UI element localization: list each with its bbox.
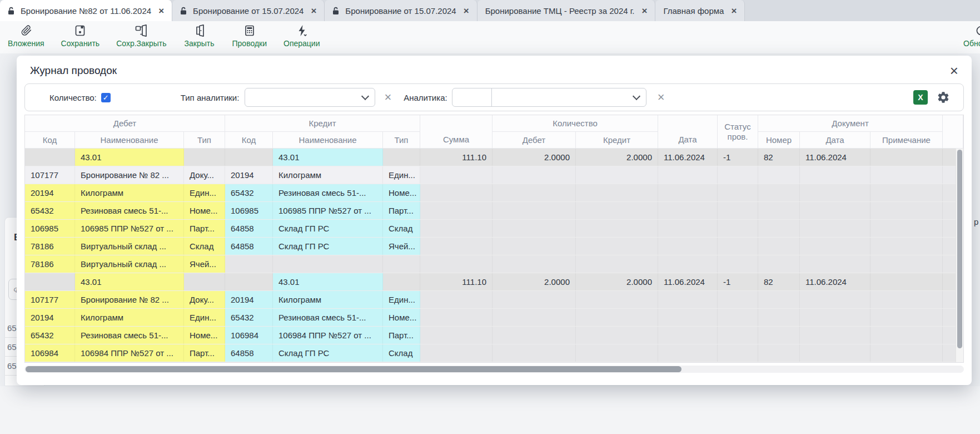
операции-button[interactable]: Операции (283, 23, 320, 48)
table-cell: 106984 (225, 327, 273, 344)
table-cell (225, 273, 273, 290)
excel-export-icon[interactable]: X (913, 90, 928, 105)
quantity-checkbox[interactable]: ✓ (101, 93, 111, 102)
table-cell (184, 273, 225, 290)
table-cell (658, 202, 718, 219)
table-cell (273, 255, 383, 273)
clear-analytics-type-icon[interactable]: × (384, 91, 391, 103)
horizontal-scrollbar-thumb[interactable] (26, 366, 681, 372)
table-cell: Ячей... (184, 255, 225, 273)
сохранить-button[interactable]: Сохранить (61, 23, 100, 48)
table-cell (870, 344, 943, 362)
table-cell (718, 327, 758, 344)
table-cell: 64858 (225, 238, 273, 255)
закрыть-button[interactable]: Закрыть (183, 23, 216, 48)
analytics-code-segment[interactable] (452, 88, 492, 106)
vertical-scrollbar-thumb[interactable] (957, 150, 962, 348)
modal-header: Журнал проводок × (24, 63, 964, 83)
table-cell (758, 327, 800, 344)
table-cell: 2.0000 (493, 273, 576, 290)
tab-close-icon[interactable]: × (464, 6, 469, 16)
table-cell: 106985 ППР №527 от ... (75, 220, 184, 237)
tab-label: Бронирование ТМЦ - Реестр за 2024 г. (485, 6, 635, 16)
table-cell: 78186 (25, 238, 75, 255)
tab-3[interactable]: Бронирование от 15.07.2024× (325, 0, 477, 21)
column-header-credit-code: Код (225, 132, 273, 149)
table-row-detail[interactable]: 20194КилограммЕдин...65432Резиновая смес… (25, 184, 963, 202)
toolbar-item-label: Сохранить (61, 39, 100, 48)
analytics-select[interactable] (452, 88, 646, 107)
table-cell: Един... (383, 291, 420, 308)
column-group-document: Документ (758, 115, 943, 132)
table-cell (658, 291, 718, 308)
table-cell (658, 184, 718, 201)
calculator-icon (243, 23, 256, 38)
horizontal-scrollbar (24, 366, 964, 373)
table-row-detail[interactable]: 106984106984 ППР №527 от ...Парт...64858… (25, 344, 963, 362)
clear-analytics-icon[interactable]: × (658, 91, 665, 103)
toolbar-item-label: Закрыть (185, 39, 215, 48)
table-cell: 107177 (25, 166, 75, 184)
tab-close-icon[interactable]: × (311, 6, 316, 16)
column-header-credit-type: Тип (383, 132, 420, 149)
table-cell (493, 291, 576, 308)
table-cell: 106984 ППР №527 от ... (273, 327, 383, 344)
table-cell (943, 362, 963, 363)
table-cell (718, 220, 758, 237)
analytics-type-select[interactable] (245, 88, 375, 107)
table-cell (800, 166, 870, 184)
table-row-detail[interactable]: 65432Резиновая смесь 51-...Номе...106984… (25, 327, 963, 344)
table-cell (870, 309, 943, 326)
tab-5[interactable]: Главная форма× (655, 0, 745, 21)
tab-2[interactable]: Бронирование от 15.07.2024× (172, 0, 325, 21)
проводки-button[interactable]: Проводки (232, 23, 267, 48)
table-cell (800, 184, 870, 201)
tab-close-icon[interactable]: × (642, 6, 648, 16)
table-row-selected[interactable]: 107177Бронирование № 82 ...Доку...20194К… (25, 166, 963, 184)
table-cell: -1 (718, 273, 758, 290)
table-cell: Доку... (184, 291, 225, 308)
сохр-закрыть-button[interactable]: Сохр.Закрыть (116, 23, 166, 48)
quantity-label: Количество: (49, 93, 97, 102)
table-cell (576, 291, 658, 308)
table-cell: 20194 (25, 309, 75, 326)
table-cell (800, 220, 870, 237)
gear-icon[interactable] (937, 91, 950, 104)
table-row-detail[interactable]: 65432Резиновая смесь 51-...Номе...106985… (25, 202, 963, 220)
tab-close-icon[interactable]: × (158, 6, 164, 16)
вложения-button[interactable]: Вложения (8, 23, 44, 48)
table-row-detail[interactable]: 107177Бронирование № 82 ...Доку...20194К… (25, 291, 963, 309)
table-cell: 20194 (25, 184, 75, 201)
table-cell (420, 344, 493, 362)
table-cell (800, 362, 870, 363)
save-close-icon (134, 23, 148, 38)
table-cell (870, 362, 943, 363)
table-cell (576, 255, 658, 273)
vertical-scrollbar (956, 149, 963, 362)
refresh-button[interactable]: Обновить (963, 23, 980, 48)
table-row-detail[interactable]: 78186Виртуальный склад ...Склад64858Скла… (25, 238, 963, 255)
table-cell (758, 255, 800, 273)
tab-4[interactable]: Бронирование ТМЦ - Реестр за 2024 г.× (477, 0, 656, 21)
table-row-detail[interactable]: 78186Виртуальный склад ...Склад64858Скла… (25, 362, 963, 363)
table-cell (718, 166, 758, 184)
table-cell: 64858 (225, 220, 273, 237)
table-cell: Парт... (383, 202, 420, 219)
table-cell (420, 220, 493, 237)
table-cell: Парт... (184, 344, 225, 362)
table-cell: 2.0000 (576, 149, 658, 166)
table-row-summary[interactable]: 43.0143.01111.102.00002.000011.06.2024-1… (25, 273, 963, 291)
table-row-detail[interactable]: 20194КилограммЕдин...65432Резиновая смес… (25, 309, 963, 327)
table-cell (420, 291, 493, 308)
table-row-summary[interactable]: 43.0143.01111.102.00002.000011.06.2024-1… (25, 149, 963, 166)
table-cell: Един... (383, 166, 420, 184)
lock-icon (8, 7, 14, 15)
table-row-detail[interactable]: 106985106985 ППР №527 от ...Парт...64858… (25, 220, 963, 238)
table-row-detail[interactable]: 78186Виртуальный склад ...Ячей... (25, 255, 963, 273)
journal-modal: Журнал проводок × Количество: ✓ Тип анал… (17, 56, 972, 385)
table-cell: Резиновая смесь 51-... (75, 327, 184, 344)
table-cell (718, 291, 758, 308)
tab-1[interactable]: Бронирование №82 от 11.06.2024× (0, 0, 172, 21)
close-icon[interactable]: × (950, 65, 958, 76)
tab-close-icon[interactable]: × (731, 6, 737, 16)
